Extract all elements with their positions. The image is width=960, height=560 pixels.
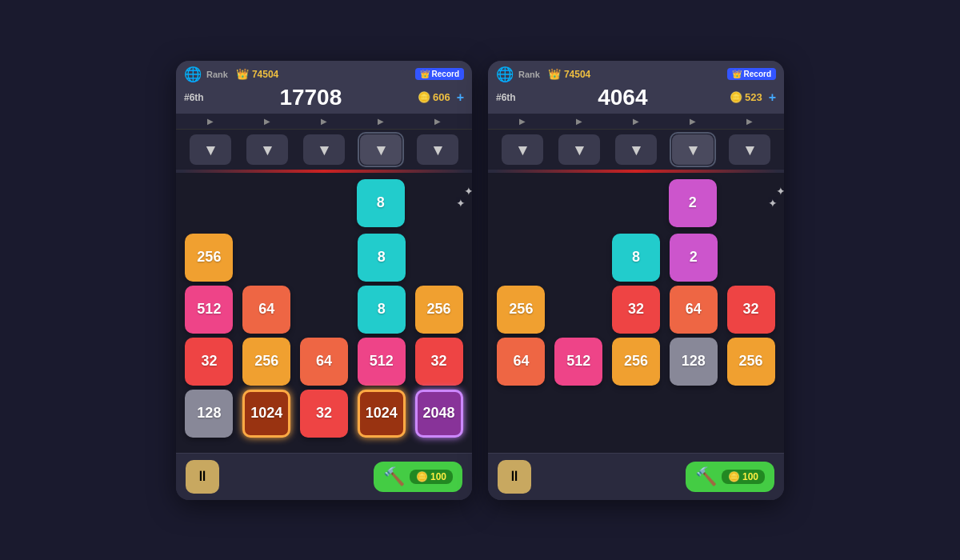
pause-icon: ⏸ <box>195 468 210 485</box>
tile-3-0: 8 <box>358 234 406 282</box>
pause-button[interactable]: ⏸ <box>498 460 531 494</box>
drop-button-4[interactable]: ▾ <box>417 134 458 165</box>
grid-col-4: 32256 <box>724 234 778 386</box>
bottom-bar-2: ⏸ 🔨 🪙 100 <box>488 453 784 500</box>
falling-tile-row: 8 <box>182 179 466 227</box>
tile-3-2: 128 <box>670 338 718 386</box>
top-score-area: 👑 74504 <box>548 68 590 80</box>
hammer-coins-display: 🪙 100 <box>722 470 765 484</box>
chevron-icon-3: ▾ <box>377 140 385 159</box>
chevron-icon-1: ▾ <box>575 140 583 159</box>
top-score-area: 👑 74504 <box>236 68 278 80</box>
empty-cell <box>497 234 545 282</box>
tile-1-1: 256 <box>242 338 290 386</box>
arrow-indicator-1: ▶ <box>264 117 270 126</box>
crown-icon: 👑 <box>548 68 561 80</box>
tile-0-2: 32 <box>185 338 233 386</box>
chevron-icon-0: ▾ <box>206 140 214 159</box>
arrow-indicator-3: ▶ <box>378 117 384 126</box>
hammer-coin-count: 100 <box>430 471 446 482</box>
game-panel-2: 🌐 Rank 👑 74504 👑 Record #6th 4064 🪙 523 <box>488 61 784 500</box>
falling-tile: 2 <box>669 179 717 227</box>
arrow-row: ▶▶▶▶▶ <box>488 114 784 130</box>
grid-col-4: 256322048 <box>412 234 466 438</box>
grid-columns: 2565123212864256102464328851210242563220… <box>182 234 466 438</box>
arrow-indicator-2: ▶ <box>633 117 639 126</box>
chevron-icon-3: ▾ <box>689 140 697 159</box>
drop-button-1[interactable]: ▾ <box>246 134 288 165</box>
add-coins-button[interactable]: + <box>769 90 776 105</box>
grid-area-2: ✦ ✧ ✦ 22566451283225626412832256 <box>488 173 784 453</box>
rank-position: #6th <box>184 92 204 103</box>
coin-count: 606 <box>433 91 450 103</box>
grid-col-1: 512 <box>552 234 606 386</box>
empty-cell <box>300 286 348 334</box>
grid-col-2: 832256 <box>610 234 663 386</box>
coin-icon-hammer: 🪙 <box>416 471 428 482</box>
drop-button-3[interactable]: ▾ <box>360 134 402 165</box>
tile-0-0: 256 <box>497 286 545 334</box>
crown-small-icon: 👑 <box>420 70 430 78</box>
globe-icon: 🌐 <box>184 66 202 83</box>
tile-3-0: 2 <box>670 234 718 282</box>
drop-button-4[interactable]: ▾ <box>729 134 770 165</box>
chevron-icon-4: ▾ <box>746 140 754 159</box>
drop-button-1[interactable]: ▾ <box>558 134 600 165</box>
empty-cell <box>242 234 290 282</box>
pause-icon: ⏸ <box>507 468 522 485</box>
drop-zone: ▾▾▾▾▾ <box>488 130 784 170</box>
tile-2-0: 64 <box>300 338 348 386</box>
arrow-indicator-1: ▶ <box>576 117 582 126</box>
arrow-indicator-4: ▶ <box>746 117 753 126</box>
record-badge[interactable]: 👑 Record <box>415 68 464 80</box>
drop-zone: ▾▾▾▾▾ <box>176 130 472 170</box>
grid-col-3: 885121024 <box>354 234 408 438</box>
coin-icon-hammer: 🪙 <box>728 471 740 482</box>
tile-3-1: 8 <box>358 286 406 334</box>
tile-0-1: 64 <box>497 338 545 386</box>
main-score: 4064 <box>522 85 723 110</box>
hammer-icon: 🔨 <box>383 466 405 487</box>
record-label: Record <box>432 70 459 78</box>
empty-cell <box>554 286 602 334</box>
arrow-row: ▶▶▶▶▶ <box>176 114 472 130</box>
grid-col-0: 25651232128 <box>182 234 236 438</box>
tile-4-1: 32 <box>415 338 463 386</box>
grid-columns: 2566451283225626412832256 <box>494 234 778 386</box>
add-coins-button[interactable]: + <box>457 90 464 105</box>
pause-button[interactable]: ⏸ <box>186 460 219 494</box>
tile-1-0: 64 <box>242 286 290 334</box>
tile-0-3: 128 <box>185 390 233 438</box>
empty-cell <box>727 234 775 282</box>
header-2: 🌐 Rank 👑 74504 👑 Record #6th 4064 🪙 523 <box>488 61 784 114</box>
crown-small-icon: 👑 <box>732 70 742 78</box>
games-container: 🌐 Rank 👑 74504 👑 Record #6th 17708 🪙 606 <box>176 61 784 500</box>
arrow-indicator-4: ▶ <box>434 117 441 126</box>
record-badge[interactable]: 👑 Record <box>727 68 776 80</box>
grid-col-3: 264128 <box>666 234 720 386</box>
drop-button-0[interactable]: ▾ <box>502 134 543 165</box>
hammer-button[interactable]: 🔨 🪙 100 <box>686 462 774 492</box>
tile-2-1: 32 <box>612 286 660 334</box>
drop-button-0[interactable]: ▾ <box>190 134 231 165</box>
tile-1-2: 1024 <box>242 390 290 438</box>
drop-button-2[interactable]: ▾ <box>615 134 657 165</box>
chevron-icon-2: ▾ <box>632 140 640 159</box>
grid-col-1: 642561024 <box>240 234 294 438</box>
coins-display: 🪙 523 <box>730 91 762 103</box>
empty-cell <box>554 234 602 282</box>
tile-2-0: 8 <box>612 234 660 282</box>
record-label: Record <box>744 70 771 78</box>
hammer-coin-count: 100 <box>742 471 758 482</box>
coin-icon: 🪙 <box>418 91 430 103</box>
chevron-icon-4: ▾ <box>434 140 442 159</box>
drop-button-3[interactable]: ▾ <box>672 134 714 165</box>
top-score: 74504 <box>564 69 590 80</box>
grid-area-1: ✦ ✧ ✦ 8256512321286425610246432885121024… <box>176 173 472 453</box>
falling-tile-row: 2 <box>494 179 778 227</box>
tile-2-2: 256 <box>612 338 660 386</box>
drop-button-2[interactable]: ▾ <box>303 134 345 165</box>
empty-cell <box>415 234 463 282</box>
hammer-button[interactable]: 🔨 🪙 100 <box>374 462 462 492</box>
rank-position: #6th <box>496 92 516 103</box>
